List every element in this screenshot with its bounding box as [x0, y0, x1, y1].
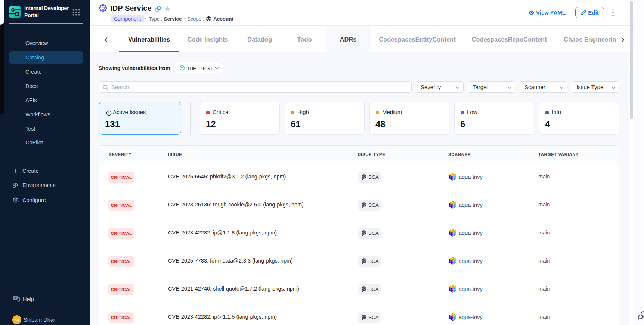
svg-text:?: ?	[14, 296, 16, 300]
